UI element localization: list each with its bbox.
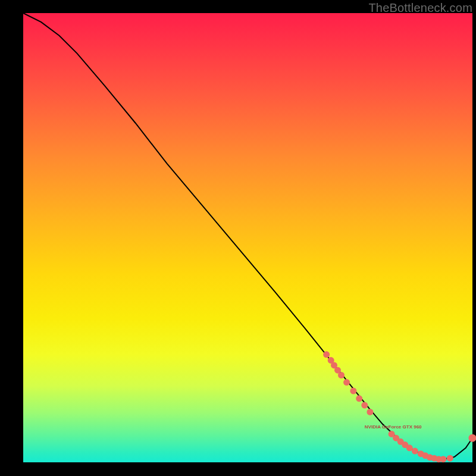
gpu-marker-dot bbox=[447, 455, 453, 462]
gpu-marker-dot bbox=[367, 409, 373, 415]
gpu-marker-dot bbox=[469, 434, 477, 442]
chart-stage: TheBottleneck.com NVIDIA GeForce GTX 960 bbox=[0, 0, 476, 476]
gpu-marker-dot bbox=[412, 448, 418, 455]
gpu-marker-cluster bbox=[323, 351, 476, 462]
gpu-marker-dot bbox=[323, 351, 330, 358]
gpu-marker-dot bbox=[338, 372, 345, 378]
gpu-marker-dot bbox=[356, 395, 362, 402]
gpu-marker-dot bbox=[350, 388, 356, 394]
gpu-marker-dot bbox=[440, 456, 446, 462]
bottleneck-curve bbox=[23, 13, 472, 460]
curve-layer: NVIDIA GeForce GTX 960 bbox=[23, 13, 472, 462]
plot-area: NVIDIA GeForce GTX 960 bbox=[23, 13, 472, 462]
gpu-marker-dot bbox=[343, 379, 350, 386]
gpu-position-label: NVIDIA GeForce GTX 960 bbox=[365, 424, 422, 430]
gpu-marker-dot bbox=[361, 402, 368, 409]
